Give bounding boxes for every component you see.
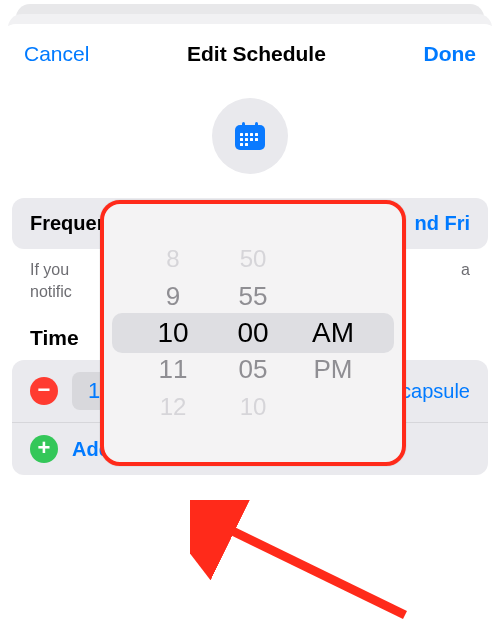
svg-rect-5: [255, 133, 258, 136]
svg-rect-8: [250, 138, 253, 141]
svg-rect-11: [245, 143, 248, 146]
time-picker-popover[interactable]: 8 9 10 11 12 50 55 00 05 10 AM PM: [100, 200, 406, 466]
svg-rect-10: [240, 143, 243, 146]
svg-rect-2: [240, 133, 243, 136]
navigation-bar: Cancel Edit Schedule Done: [0, 24, 500, 80]
page-title: Edit Schedule: [187, 42, 326, 66]
frequency-value: nd Fri: [414, 212, 470, 235]
remove-time-button[interactable]: −: [30, 377, 58, 405]
svg-rect-4: [250, 133, 253, 136]
hour-wheel[interactable]: 8 9 10 11 12: [133, 204, 213, 462]
minute-wheel[interactable]: 50 55 00 05 10: [213, 204, 293, 462]
svg-rect-3: [245, 133, 248, 136]
svg-rect-9: [255, 138, 258, 141]
done-button[interactable]: Done: [423, 42, 476, 66]
svg-rect-13: [255, 122, 258, 128]
svg-rect-12: [242, 122, 245, 128]
svg-rect-7: [245, 138, 248, 141]
schedule-icon-container: [212, 98, 288, 174]
period-wheel[interactable]: AM PM: [293, 204, 373, 462]
cancel-button[interactable]: Cancel: [24, 42, 89, 66]
svg-rect-6: [240, 138, 243, 141]
add-time-button[interactable]: +: [30, 435, 58, 463]
calendar-icon: [233, 120, 267, 152]
